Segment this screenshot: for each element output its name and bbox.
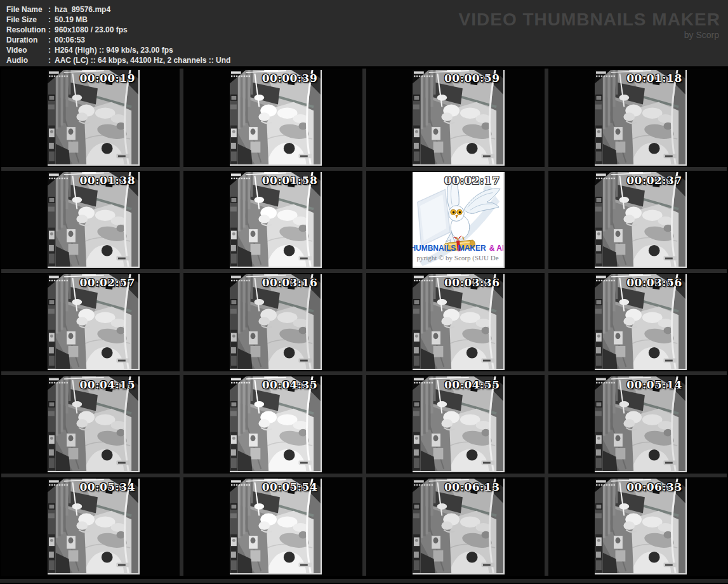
file-info-row: File Name : hza_89576.mp4 [6, 4, 230, 15]
thumbnail-cell: THUMBNAILS MAKER & ANI pyright © by Scor… [183, 69, 362, 167]
video-frame-thumbnail: THUMBNAILS MAKER & ANI pyright © by Scor… [48, 376, 140, 472]
timestamp-overlay: 00:04:15 [79, 378, 135, 391]
field-label: Audio [6, 56, 48, 65]
video-frame-thumbnail: THUMBNAILS MAKER & ANI pyright © by Scor… [595, 172, 687, 268]
thumbnail-cell: THUMBNAILS MAKER & ANI pyright © by Scor… [183, 375, 362, 474]
audio-codec-value: AAC (LC) :: 64 kbps, 44100 Hz, 2 channel… [55, 56, 230, 65]
file-info-row: File Size : 50.19 MB [6, 15, 230, 25]
timestamp-overlay: 00:01:18 [626, 72, 682, 84]
logo-copyright: pyright © by Scorp (SUU De [413, 254, 505, 262]
timestamp-overlay: 00:02:17 [444, 174, 500, 187]
video-frame-thumbnail: THUMBNAILS MAKER & ANI pyright © by Scor… [230, 274, 322, 370]
file-info-row: Video : H264 (High) :: 949 kb/s, 23.00 f… [6, 45, 230, 55]
video-frame-thumbnail: THUMBNAILS MAKER & ANI pyright © by Scor… [48, 70, 140, 166]
timestamp-overlay: 00:03:16 [262, 276, 318, 289]
timestamp-overlay: 00:06:33 [626, 481, 682, 493]
app-watermark-title: VIDEO THUMBNAILS MAKER [459, 10, 720, 29]
video-frame-thumbnail: THUMBNAILS MAKER & ANI pyright © by Scor… [595, 70, 687, 166]
thumbnail-cell: THUMBNAILS MAKER & ANI pyright © by Scor… [1, 375, 180, 474]
duration-value: 00:06:53 [55, 36, 85, 44]
thumbnail-cell: THUMBNAILS MAKER & ANI pyright © by Scor… [366, 69, 545, 167]
timestamp-overlay: 00:05:34 [79, 481, 135, 493]
thumbnail-cell: THUMBNAILS MAKER & ANI pyright © by Scor… [1, 477, 180, 576]
field-label: File Size [6, 15, 48, 24]
file-info-block: File Name : hza_89576.mp4 File Size : 50… [6, 4, 230, 65]
thumbnail-cell: THUMBNAILS MAKER & ANI pyright © by Scor… [1, 69, 180, 167]
thumbnail-cell: THUMBNAILS MAKER & ANI pyright © by Scor… [548, 171, 727, 269]
grid-outer: THUMBNAILS MAKER & ANI pyright © by Scor… [0, 67, 728, 576]
video-frame-thumbnail: THUMBNAILS MAKER & ANI pyright © by Scor… [48, 172, 140, 268]
timestamp-overlay: 00:03:56 [626, 276, 682, 289]
timestamp-overlay: 00:00:59 [444, 72, 500, 84]
timestamp-overlay: 00:02:57 [79, 276, 135, 289]
video-frame-thumbnail: THUMBNAILS MAKER & ANI pyright © by Scor… [413, 172, 505, 268]
thumbnail-cell: THUMBNAILS MAKER & ANI pyright © by Scor… [183, 273, 362, 371]
header-bar: File Name : hza_89576.mp4 File Size : 50… [0, 0, 728, 67]
timestamp-overlay: 00:05:14 [626, 378, 682, 391]
field-label: Resolution [6, 25, 48, 34]
contact-sheet: { "header": { "colon": ":", "fields": [ … [0, 0, 728, 584]
video-frame-thumbnail: THUMBNAILS MAKER & ANI pyright © by Scor… [413, 70, 505, 166]
video-frame-thumbnail: THUMBNAILS MAKER & ANI pyright © by Scor… [595, 376, 687, 472]
thumbnail-cell: THUMBNAILS MAKER & ANI pyright © by Scor… [548, 69, 727, 167]
thumbnail-cell: THUMBNAILS MAKER & ANI pyright © by Scor… [366, 273, 545, 371]
logo-cell: THUMBNAILS MAKER & ANI pyright © by Scor… [366, 171, 545, 269]
video-frame-thumbnail: THUMBNAILS MAKER & ANI pyright © by Scor… [595, 479, 687, 574]
file-info-row: Audio : AAC (LC) :: 64 kbps, 44100 Hz, 2… [6, 55, 230, 65]
app-watermark-subtitle: by Scorp [459, 30, 720, 40]
logo-title-blue: THUMBNAILS MAKER [413, 244, 486, 253]
timestamp-overlay: 00:04:35 [262, 378, 318, 391]
thumbnail-grid: THUMBNAILS MAKER & ANI pyright © by Scor… [1, 69, 727, 576]
thumbnail-cell: THUMBNAILS MAKER & ANI pyright © by Scor… [548, 375, 727, 474]
logo-title: THUMBNAILS MAKER & ANI [413, 244, 505, 253]
video-frame-thumbnail: THUMBNAILS MAKER & ANI pyright © by Scor… [413, 479, 505, 574]
video-frame-thumbnail: THUMBNAILS MAKER & ANI pyright © by Scor… [230, 70, 322, 166]
video-frame-thumbnail: THUMBNAILS MAKER & ANI pyright © by Scor… [595, 274, 687, 370]
video-frame-thumbnail: THUMBNAILS MAKER & ANI pyright © by Scor… [48, 274, 140, 370]
thumbnail-cell: THUMBNAILS MAKER & ANI pyright © by Scor… [366, 375, 545, 474]
file-name-value: hza_89576.mp4 [55, 5, 110, 14]
timestamp-overlay: 00:00:39 [262, 72, 318, 84]
app-watermark: VIDEO THUMBNAILS MAKER by Scorp [459, 10, 720, 40]
video-frame-thumbnail: THUMBNAILS MAKER & ANI pyright © by Scor… [230, 376, 322, 472]
field-label: Duration [6, 36, 48, 44]
video-frame-thumbnail: THUMBNAILS MAKER & ANI pyright © by Scor… [230, 172, 322, 268]
timestamp-overlay: 00:01:38 [79, 174, 135, 187]
video-frame-thumbnail: THUMBNAILS MAKER & ANI pyright © by Scor… [413, 274, 505, 370]
timestamp-overlay: 00:04:55 [444, 378, 500, 391]
video-codec-value: H264 (High) :: 949 kb/s, 23.00 fps [55, 46, 173, 55]
file-info-row: Resolution : 960x1080 / 23.00 fps [6, 25, 230, 35]
timestamp-overlay: 00:05:54 [262, 481, 318, 493]
logo-title-magenta: & ANI [489, 244, 505, 253]
timestamp-overlay: 00:06:13 [444, 481, 500, 493]
field-label: File Name [6, 5, 48, 14]
thumbnail-cell: THUMBNAILS MAKER & ANI pyright © by Scor… [366, 477, 545, 576]
video-frame-thumbnail: THUMBNAILS MAKER & ANI pyright © by Scor… [413, 376, 505, 472]
thumbnail-cell: THUMBNAILS MAKER & ANI pyright © by Scor… [183, 477, 362, 576]
thumbnail-cell: THUMBNAILS MAKER & ANI pyright © by Scor… [1, 171, 180, 269]
video-frame-thumbnail: THUMBNAILS MAKER & ANI pyright © by Scor… [48, 479, 140, 574]
timestamp-overlay: 00:02:37 [626, 174, 682, 187]
file-info-row: Duration : 00:06:53 [6, 35, 230, 45]
resolution-value: 960x1080 / 23.00 fps [55, 25, 128, 34]
field-label: Video [6, 46, 48, 55]
timestamp-overlay: 00:00:19 [79, 72, 135, 84]
video-frame-thumbnail: THUMBNAILS MAKER & ANI pyright © by Scor… [230, 479, 322, 574]
timestamp-overlay: 00:03:36 [444, 276, 500, 289]
thumbnail-cell: THUMBNAILS MAKER & ANI pyright © by Scor… [548, 477, 727, 576]
timestamp-overlay: 00:01:58 [262, 174, 318, 187]
file-size-value: 50.19 MB [55, 15, 88, 24]
thumbnail-cell: THUMBNAILS MAKER & ANI pyright © by Scor… [1, 273, 180, 371]
thumbnail-cell: THUMBNAILS MAKER & ANI pyright © by Scor… [183, 171, 362, 269]
footer-bar [0, 579, 728, 583]
thumbnail-cell: THUMBNAILS MAKER & ANI pyright © by Scor… [548, 273, 727, 371]
